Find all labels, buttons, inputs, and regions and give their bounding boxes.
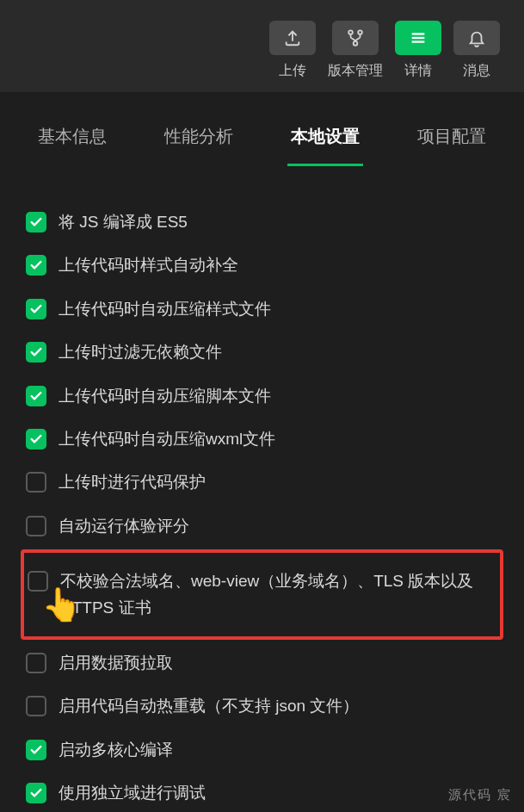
setting-row: 上传代码时样式自动补全 xyxy=(26,244,498,287)
setting-checkbox[interactable] xyxy=(26,653,46,673)
setting-label: 上传代码时自动压缩脚本文件 xyxy=(59,383,498,409)
bell-icon xyxy=(453,21,500,55)
setting-checkbox[interactable] xyxy=(26,255,46,276)
setting-label: 上传代码时自动压缩样式文件 xyxy=(59,296,498,322)
setting-checkbox[interactable] xyxy=(26,740,46,760)
version-label: 版本管理 xyxy=(328,62,383,80)
setting-row: 上传代码时自动压缩脚本文件 xyxy=(26,375,498,418)
setting-checkbox[interactable] xyxy=(26,299,46,319)
setting-row: 不校验合法域名、web-view（业务域名）、TLS 版本以及 HTTPS 证书 xyxy=(28,560,491,629)
setting-row: 启用代码自动热重载（不支持 json 文件） xyxy=(26,685,498,728)
tab-project-config[interactable]: 项目配置 xyxy=(414,116,490,166)
menu-icon xyxy=(395,21,441,55)
setting-checkbox[interactable] xyxy=(26,696,46,716)
setting-checkbox[interactable] xyxy=(26,783,46,803)
setting-label: 上传代码时自动压缩wxml文件 xyxy=(59,426,498,452)
setting-row: 使用独立域进行调试 xyxy=(26,772,498,812)
setting-checkbox[interactable] xyxy=(28,571,48,592)
setting-label: 将 JS 编译成 ES5 xyxy=(59,209,498,235)
setting-row: 上传代码时自动压缩wxml文件 xyxy=(26,418,498,461)
tab-basic-info[interactable]: 基本信息 xyxy=(34,116,110,166)
tab-local-settings[interactable]: 本地设置 xyxy=(287,116,363,166)
tab-performance[interactable]: 性能分析 xyxy=(161,116,237,166)
branch-icon xyxy=(332,21,379,55)
svg-point-1 xyxy=(348,30,353,34)
details-button[interactable]: 详情 xyxy=(395,21,441,80)
setting-label: 上传时进行代码保护 xyxy=(59,469,498,495)
messages-button[interactable]: 消息 xyxy=(453,21,500,80)
tabs-bar: 基本信息 性能分析 本地设置 项目配置 xyxy=(0,92,524,166)
upload-icon xyxy=(269,21,316,55)
setting-checkbox[interactable] xyxy=(26,516,46,536)
setting-label: 启用数据预拉取 xyxy=(59,650,498,676)
setting-row: 上传时进行代码保护 xyxy=(26,461,498,504)
setting-label: 启用代码自动热重载（不支持 json 文件） xyxy=(59,693,498,719)
setting-row: 启用数据预拉取 xyxy=(26,642,498,685)
setting-label: 不校验合法域名、web-view（业务域名）、TLS 版本以及 HTTPS 证书 xyxy=(60,568,491,621)
setting-row: 上传时过滤无依赖文件 xyxy=(26,331,498,374)
setting-label: 自动运行体验评分 xyxy=(59,513,498,539)
upload-button[interactable]: 上传 xyxy=(269,21,316,80)
setting-label: 上传时过滤无依赖文件 xyxy=(59,339,498,365)
version-button[interactable]: 版本管理 xyxy=(328,21,383,80)
setting-row: 自动运行体验评分 xyxy=(26,505,498,548)
setting-checkbox[interactable] xyxy=(26,429,46,449)
footer-watermark: 源代码 宸 xyxy=(448,787,512,803)
setting-checkbox[interactable] xyxy=(26,342,46,363)
setting-row: 将 JS 编译成 ES5 xyxy=(26,201,498,244)
svg-point-3 xyxy=(354,41,358,46)
messages-label: 消息 xyxy=(463,62,490,80)
top-toolbar: 上传 版本管理 详情 消息 xyxy=(0,0,524,92)
svg-point-2 xyxy=(358,30,362,34)
setting-row: 上传代码时自动压缩样式文件 xyxy=(26,288,498,331)
highlight-annotation: 不校验合法域名、web-view（业务域名）、TLS 版本以及 HTTPS 证书… xyxy=(21,549,503,640)
setting-label: 启动多核心编译 xyxy=(59,737,498,763)
settings-list: 将 JS 编译成 ES5上传代码时样式自动补全上传代码时自动压缩样式文件上传时过… xyxy=(0,166,524,812)
upload-label: 上传 xyxy=(279,62,306,80)
setting-checkbox[interactable] xyxy=(26,472,46,493)
setting-row: 启动多核心编译 xyxy=(26,728,498,772)
details-label: 详情 xyxy=(404,62,432,80)
setting-label: 上传代码时样式自动补全 xyxy=(59,252,498,278)
setting-label: 使用独立域进行调试 xyxy=(59,780,498,806)
setting-checkbox[interactable] xyxy=(26,212,46,232)
setting-checkbox[interactable] xyxy=(26,386,46,406)
